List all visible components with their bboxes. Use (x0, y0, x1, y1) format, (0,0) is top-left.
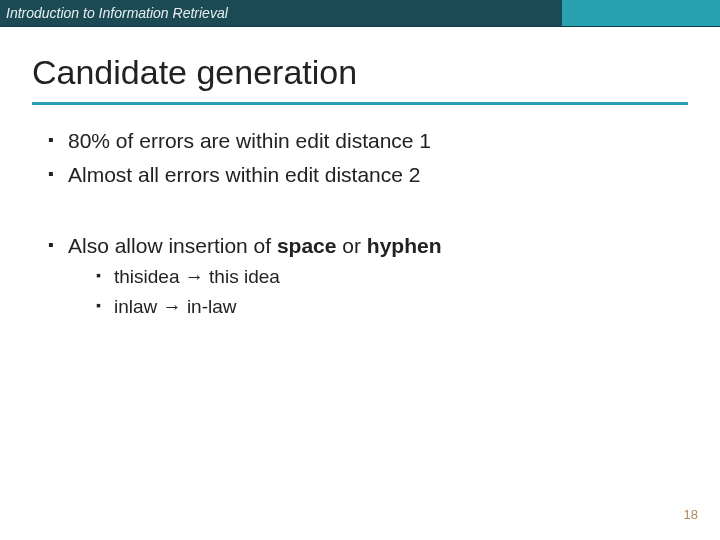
course-title: Introduction to Information Retrieval (0, 0, 562, 26)
sub-bullet-item: inlaw → in-law (96, 294, 672, 320)
example-source: inlaw (114, 296, 157, 317)
bullet-text: Also allow insertion of (68, 234, 277, 257)
example-target: this idea (209, 266, 280, 287)
arrow-icon: → (185, 266, 204, 287)
header-bar: Introduction to Information Retrieval (0, 0, 720, 27)
emphasis-hyphen: hyphen (367, 234, 442, 257)
slide: Introduction to Information Retrieval Ca… (0, 0, 720, 540)
content-area: 80% of errors are within edit distance 1… (0, 105, 720, 319)
bullet-list: 80% of errors are within edit distance 1… (48, 127, 672, 190)
sub-bullet-list: thisidea → this idea inlaw → in-law (68, 264, 672, 319)
arrow-icon: → (163, 296, 182, 317)
bullet-item: Also allow insertion of space or hyphen … (48, 232, 672, 320)
example-target: in-law (187, 296, 237, 317)
bullet-list: Also allow insertion of space or hyphen … (48, 232, 672, 320)
slide-title: Candidate generation (0, 27, 720, 98)
sub-bullet-item: thisidea → this idea (96, 264, 672, 290)
spacer (48, 196, 672, 232)
page-number: 18 (684, 507, 698, 522)
example-source: thisidea (114, 266, 180, 287)
header-accent (562, 0, 720, 26)
bullet-item: Almost all errors within edit distance 2 (48, 161, 672, 189)
emphasis-space: space (277, 234, 337, 257)
bullet-item: 80% of errors are within edit distance 1 (48, 127, 672, 155)
bullet-text: or (336, 234, 366, 257)
